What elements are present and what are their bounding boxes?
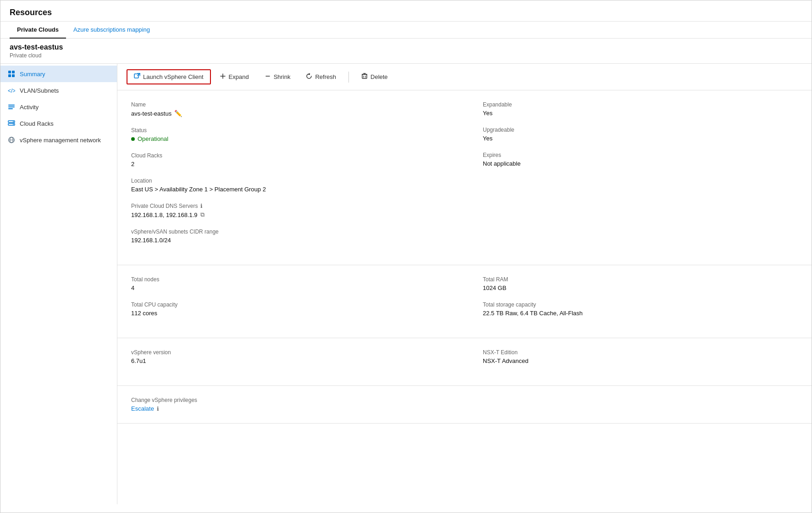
total-nodes-label: Total nodes bbox=[131, 276, 446, 283]
expandable-label: Expandable bbox=[483, 101, 798, 108]
status-label: Status bbox=[131, 127, 446, 134]
dns-value-row: 192.168.1.8, 192.168.1.9 ⧉ bbox=[131, 211, 446, 218]
name-label: Name bbox=[131, 101, 446, 108]
name-value: avs-test-eastus bbox=[131, 110, 171, 117]
total-cpu-label: Total CPU capacity bbox=[131, 301, 446, 308]
expand-icon bbox=[220, 73, 226, 81]
cloud-racks-label: Cloud Racks bbox=[131, 152, 446, 159]
sidebar-item-vsphere-mgmt[interactable]: vSphere management network bbox=[0, 132, 117, 148]
sidebar-item-activity[interactable]: Activity bbox=[0, 99, 117, 115]
delete-button[interactable]: Delete bbox=[354, 70, 395, 84]
svg-point-10 bbox=[13, 121, 14, 122]
cidr-label: vSphere/vSAN subnets CIDR range bbox=[131, 229, 446, 235]
launch-vsphere-button[interactable]: Launch vSphere Client bbox=[127, 69, 211, 84]
vlan-icon: </> bbox=[8, 87, 15, 94]
refresh-icon bbox=[306, 73, 312, 81]
sidebar-label-summary: Summary bbox=[20, 71, 45, 78]
svg-rect-17 bbox=[362, 74, 367, 78]
change-privileges-label: Change vSphere privileges bbox=[131, 397, 798, 403]
launch-icon bbox=[134, 73, 140, 81]
field-upgradeable: Upgradeable Yes bbox=[483, 127, 798, 142]
nsxt-value: NSX-T Advanced bbox=[483, 357, 798, 364]
field-expandable: Expandable Yes bbox=[483, 101, 798, 117]
location-label: Location bbox=[131, 178, 446, 184]
svg-rect-7 bbox=[8, 108, 13, 109]
sidebar-label-vsphere: vSphere management network bbox=[20, 137, 101, 144]
section-capacity: Total nodes 4 Total CPU capacity 112 cor… bbox=[117, 265, 812, 338]
content-area: Launch vSphere Client Expand bbox=[117, 64, 812, 504]
field-cloud-racks: Cloud Racks 2 bbox=[131, 152, 446, 167]
main-layout: Summary </> VLAN/Subnets bbox=[0, 64, 812, 504]
field-total-ram: Total RAM 1024 GB bbox=[483, 276, 798, 291]
sidebar-label-vlan: VLAN/Subnets bbox=[20, 87, 59, 94]
field-total-storage: Total storage capacity 22.5 TB Raw, 6.4 … bbox=[483, 301, 798, 317]
section-cloud-details: Name avs-test-eastus ✏️ Status Operation… bbox=[117, 90, 812, 265]
delete-label: Delete bbox=[370, 73, 388, 80]
shrink-button[interactable]: Shrink bbox=[258, 70, 298, 84]
dns-label-row: Private Cloud DNS Servers ℹ bbox=[131, 203, 446, 209]
upgradeable-value: Yes bbox=[483, 135, 798, 142]
nsxt-label: NSX-T Edition bbox=[483, 349, 798, 356]
status-dot bbox=[131, 137, 135, 141]
sidebar: Summary </> VLAN/Subnets bbox=[0, 64, 117, 504]
cloud-racks-icon bbox=[8, 120, 15, 127]
field-cidr: vSphere/vSAN subnets CIDR range 192.168.… bbox=[131, 229, 446, 244]
detail-grid-2: Total nodes 4 Total CPU capacity 112 cor… bbox=[131, 276, 798, 327]
cloud-name: avs-test-eastus bbox=[10, 43, 802, 51]
expires-value: Not applicable bbox=[483, 160, 798, 167]
svg-rect-6 bbox=[8, 106, 15, 107]
dns-info-icon[interactable]: ℹ bbox=[200, 203, 203, 209]
field-expires: Expires Not applicable bbox=[483, 152, 798, 167]
escalate-link[interactable]: Escalate bbox=[131, 405, 154, 412]
total-ram-value: 1024 GB bbox=[483, 284, 798, 291]
refresh-button[interactable]: Refresh bbox=[299, 70, 343, 84]
sidebar-label-activity: Activity bbox=[20, 104, 39, 111]
toolbar: Launch vSphere Client Expand bbox=[117, 64, 812, 90]
summary-icon bbox=[8, 70, 15, 78]
expires-label: Expires bbox=[483, 152, 798, 158]
edit-name-icon[interactable]: ✏️ bbox=[174, 110, 182, 117]
field-location: Location East US > Availability Zone 1 >… bbox=[131, 178, 446, 193]
vsphere-version-label: vSphere version bbox=[131, 349, 446, 356]
total-storage-value: 22.5 TB Raw, 6.4 TB Cache, All-Flash bbox=[483, 310, 798, 317]
sidebar-item-cloud-racks[interactable]: Cloud Racks bbox=[0, 115, 117, 132]
detail-left-1: Name avs-test-eastus ✏️ Status Operation… bbox=[131, 101, 464, 254]
field-status: Status Operational bbox=[131, 127, 446, 142]
copy-dns-icon[interactable]: ⧉ bbox=[200, 211, 204, 218]
escalate-info-icon[interactable]: ℹ bbox=[157, 406, 159, 412]
toolbar-divider bbox=[348, 72, 349, 83]
svg-rect-2 bbox=[8, 74, 11, 77]
delete-icon bbox=[361, 73, 368, 81]
sidebar-label-cloud-racks: Cloud Racks bbox=[20, 120, 54, 127]
sidebar-item-summary[interactable]: Summary bbox=[0, 66, 117, 82]
tab-azure-subscriptions[interactable]: Azure subscriptions mapping bbox=[66, 22, 157, 39]
vsphere-version-value: 6.7u1 bbox=[131, 357, 446, 364]
upgradeable-label: Upgradeable bbox=[483, 127, 798, 133]
section-vsphere: vSphere version 6.7u1 NSX-T Edition NSX-… bbox=[117, 338, 812, 386]
detail-grid-3: vSphere version 6.7u1 NSX-T Edition NSX-… bbox=[131, 349, 798, 374]
svg-rect-5 bbox=[8, 105, 15, 106]
cloud-header: avs-test-eastus Private cloud bbox=[0, 39, 812, 64]
svg-rect-15 bbox=[134, 74, 138, 78]
status-value-row: Operational bbox=[131, 135, 446, 142]
svg-rect-1 bbox=[12, 71, 15, 73]
name-value-row: avs-test-eastus ✏️ bbox=[131, 110, 446, 117]
field-dns: Private Cloud DNS Servers ℹ 192.168.1.8,… bbox=[131, 203, 446, 218]
dns-value: 192.168.1.8, 192.168.1.9 bbox=[131, 212, 198, 218]
page-title: Resources bbox=[10, 8, 802, 17]
field-name: Name avs-test-eastus ✏️ bbox=[131, 101, 446, 117]
status-value: Operational bbox=[138, 135, 168, 142]
tabs-row: Private Clouds Azure subscriptions mappi… bbox=[0, 22, 812, 39]
field-vsphere-version: vSphere version 6.7u1 bbox=[131, 349, 446, 364]
total-storage-label: Total storage capacity bbox=[483, 301, 798, 308]
detail-right-2: Total RAM 1024 GB Total storage capacity… bbox=[464, 276, 798, 327]
dns-label: Private Cloud DNS Servers bbox=[131, 203, 198, 209]
cloud-subtitle: Private cloud bbox=[10, 52, 802, 59]
tab-private-clouds[interactable]: Private Clouds bbox=[10, 22, 66, 39]
detail-left-3: vSphere version 6.7u1 bbox=[131, 349, 464, 374]
sidebar-item-vlan[interactable]: </> VLAN/Subnets bbox=[0, 82, 117, 99]
svg-point-11 bbox=[13, 124, 14, 125]
field-total-cpu: Total CPU capacity 112 cores bbox=[131, 301, 446, 317]
expand-button[interactable]: Expand bbox=[213, 70, 256, 84]
cloud-racks-value: 2 bbox=[131, 161, 446, 167]
